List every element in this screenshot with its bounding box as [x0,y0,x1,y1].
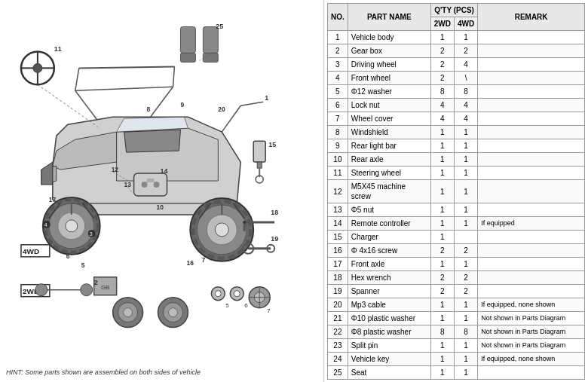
cell-remark [478,44,585,58]
cell-qty-2wd: 2 [430,72,454,85]
svg-text:17: 17 [49,196,57,203]
svg-text:7: 7 [267,307,271,314]
cell-remark [478,31,585,44]
svg-point-89 [35,284,47,296]
cell-part-name: Seat [348,366,430,380]
cell-part-name: Charger [348,231,430,244]
svg-text:4: 4 [44,222,47,228]
cell-qty-2wd: 1 [430,180,454,203]
cell-part-name: Remote controller [348,217,430,231]
cell-remark [478,99,585,112]
svg-text:6: 6 [244,302,248,309]
cell-no: 10 [328,153,348,167]
table-row: 11 Steering wheel 1 1 [328,167,585,180]
cell-qty-4wd: 2 [455,44,478,58]
cell-qty-4wd: 2 [455,271,478,285]
parts-table: NO. PART NAME Q'TY (PCS) REMARK 2WD 4WD … [327,3,585,380]
cell-qty-2wd: 2 [430,244,454,258]
cell-qty-4wd: 1 [455,258,478,271]
table-row: 20 Mp3 cable 1 1 If equipped, none shown [328,298,585,312]
svg-text:5: 5 [225,302,229,309]
cell-qty-2wd: 1 [430,353,454,366]
svg-text:6: 6 [66,252,70,260]
svg-point-15 [215,223,228,237]
cell-qty-4wd: 1 [455,139,478,153]
svg-text:4WD: 4WD [23,247,39,255]
cell-qty-2wd: 1 [430,258,454,271]
cell-no: 24 [328,353,348,366]
cell-qty-2wd: 1 [430,217,454,231]
cell-remark: If equipped, none shown [478,298,585,312]
table-row: 22 Φ8 plastic washer 8 8 Not shown in Pa… [328,325,585,339]
cell-qty-4wd: 4 [455,112,478,126]
cell-no: 22 [328,325,348,339]
table-row: 5 Φ12 washer 8 8 [328,85,585,99]
cell-part-name: Driving wheel [348,58,430,72]
cell-remark: Not shown in Parts Diagram [478,339,585,353]
svg-text:11: 11 [54,45,62,53]
cell-no: 8 [328,126,348,139]
svg-point-48 [154,182,160,188]
col-header-no: NO. [328,4,348,31]
cell-no: 19 [328,285,348,298]
cell-qty-2wd: 1 [430,139,454,153]
table-row: 24 Vehicle key 1 1 If equipped, none sho… [328,353,585,366]
cell-qty-2wd: 1 [430,339,454,353]
cell-no: 6 [328,99,348,112]
cell-qty-2wd: 8 [430,325,454,339]
cell-no: 25 [328,366,348,380]
cell-qty-4wd: 1 [455,339,478,353]
cell-part-name: Vehicle key [348,353,430,366]
cell-qty-4wd: 2 [455,244,478,258]
svg-point-92 [215,291,221,297]
svg-text:3: 3 [90,231,93,237]
cell-qty-2wd: 2 [430,285,454,298]
cell-qty-4wd: 1 [455,203,478,217]
cell-no: 23 [328,339,348,353]
svg-point-90 [81,284,93,296]
cell-no: 16 [328,244,348,258]
cell-part-name: Wheel cover [348,112,430,126]
table-row: 4 Front wheel 2 \ [328,72,585,85]
cell-qty-4wd: 1 [455,31,478,44]
cell-no: 3 [328,58,348,72]
table-row: 25 Seat 1 1 [328,366,585,380]
cell-qty-2wd: 1 [430,31,454,44]
cell-remark [478,72,585,85]
cell-remark [478,153,585,167]
svg-rect-35 [203,53,218,62]
table-main-header: NO. PART NAME Q'TY (PCS) REMARK [328,4,585,17]
svg-text:13: 13 [124,181,132,188]
cell-qty-2wd: 2 [430,58,454,72]
table-row: 1 Vehicle body 1 1 [328,31,585,44]
cell-qty-2wd: 2 [430,44,454,58]
cell-remark [478,258,585,271]
cell-remark [478,139,585,153]
cell-qty-4wd: 1 [455,153,478,167]
cell-qty-2wd: 1 [430,126,454,139]
svg-text:2: 2 [94,279,98,286]
svg-point-58 [243,221,246,224]
table-row: 7 Wheel cover 4 4 [328,112,585,126]
svg-point-10 [66,220,78,232]
table-row: 14 Remote controller 1 1 If equipped [328,217,585,231]
table-row: 19 Spanner 2 2 [328,285,585,298]
svg-point-42 [124,308,133,317]
svg-rect-33 [203,27,218,53]
table-row: 23 Split pin 1 1 Not shown in Parts Diag… [328,339,585,353]
cell-remark [478,85,585,99]
table-row: 9 Rear light bar 1 1 [328,139,585,153]
cell-part-name: Spanner [348,285,430,298]
table-row: 8 Windshield 1 1 [328,126,585,139]
cell-part-name: Lock nut [348,99,430,112]
table-row: 12 M5X45 machine screw 1 1 [328,180,585,203]
cell-no: 13 [328,203,348,217]
svg-text:18: 18 [271,209,278,216]
cell-no: 4 [328,72,348,85]
cell-remark [478,180,585,203]
cell-part-name: Front wheel [348,72,430,85]
svg-text:16: 16 [186,259,194,267]
cell-qty-4wd: 1 [455,167,478,180]
cell-remark [478,167,585,180]
cell-remark: Not shown in Parts Diagram [478,312,585,325]
